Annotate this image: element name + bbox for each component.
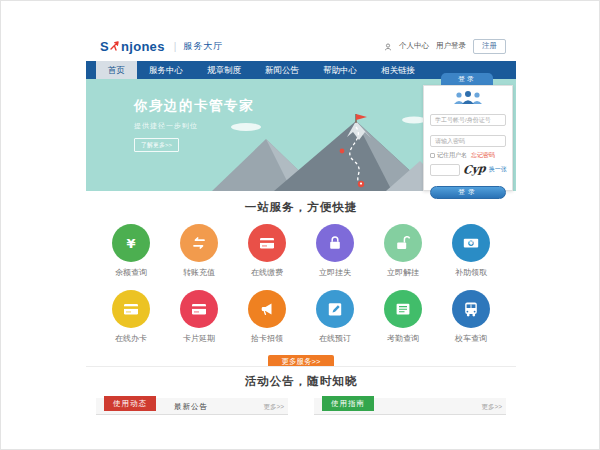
username-input[interactable] (430, 114, 506, 126)
logo-text-end: njones (121, 39, 165, 54)
user-icon (384, 37, 392, 55)
forgot-password-link[interactable]: 忘记密码 (471, 151, 495, 160)
panel-ribbon-tab[interactable]: 使用动态 (104, 396, 156, 411)
service-item-3[interactable]: 立即挂失 (301, 224, 369, 278)
login-tab[interactable]: 登录 (441, 73, 493, 85)
card-icon (248, 224, 286, 262)
service-label: 在线预订 (319, 333, 351, 344)
header-user-area: 个人中心 用户登录 注册 (384, 37, 506, 55)
captcha-input[interactable] (430, 164, 460, 176)
panel-more-link[interactable]: 更多>> (263, 398, 284, 415)
service-label: 卡片延期 (183, 333, 215, 344)
banknote-icon: ¥ (452, 224, 490, 262)
service-item-6[interactable]: 在线办卡 (97, 290, 165, 344)
services-grid: ¥余额查询转账充值在线缴费立即挂失立即解挂¥补助领取在线办卡卡片延期拾卡招领在线… (97, 224, 505, 344)
remember-checkbox[interactable] (430, 153, 435, 158)
service-label: 补助领取 (455, 267, 487, 278)
webpage: S njones | 服务大厅 个人中心 用户登录 注册 首页服务中心规章制度新… (86, 31, 516, 413)
edit-icon (316, 290, 354, 328)
list-icon (384, 290, 422, 328)
nav-item-4[interactable]: 帮助中心 (311, 61, 369, 79)
login-panel: 登录 记住用户名 忘记密码 Cyp (423, 73, 513, 191)
banner-cta-button[interactable]: 了解更多>> (134, 138, 179, 152)
lock-icon (316, 224, 354, 262)
site-header: S njones | 服务大厅 个人中心 用户登录 注册 (86, 31, 516, 61)
service-label: 校车查询 (455, 333, 487, 344)
banner-copy: 你身边的卡管专家 提供捷径一步到位 了解更多>> (134, 97, 254, 152)
announcement-panel-1: 使用指南更多>> (314, 398, 506, 415)
services-section: 一站服务，方便快捷 ¥余额查询转账充值在线缴费立即挂失立即解挂¥补助领取在线办卡… (86, 191, 516, 366)
service-label: 拾卡招领 (251, 333, 283, 344)
service-item-10[interactable]: 考勤查询 (369, 290, 437, 344)
service-label: 立即挂失 (319, 267, 351, 278)
service-item-1[interactable]: 转账充值 (165, 224, 233, 278)
register-button[interactable]: 注册 (473, 39, 506, 54)
nav-item-5[interactable]: 相关链接 (369, 61, 427, 79)
personal-center-link[interactable]: 个人中心 (399, 41, 429, 51)
services-title: 一站服务，方便快捷 (86, 200, 516, 215)
bus-icon (452, 290, 490, 328)
panel-ribbon-tab[interactable]: 使用指南 (322, 396, 374, 411)
service-item-11[interactable]: 校车查询 (437, 290, 505, 344)
captcha-refresh-link[interactable]: 换一张 (489, 165, 507, 174)
password-input[interactable] (430, 135, 506, 147)
service-item-8[interactable]: 拾卡招领 (233, 290, 301, 344)
logo-divider: | (174, 41, 177, 52)
service-item-4[interactable]: 立即解挂 (369, 224, 437, 278)
site-logo[interactable]: S njones | 服务大厅 (100, 37, 223, 55)
service-label: 转账充值 (183, 267, 215, 278)
megaphone-icon (248, 290, 286, 328)
captcha-row: Cyp 换一张 (430, 163, 506, 176)
logo-suffix: 服务大厅 (183, 40, 223, 53)
announcements-section: 活动公告，随时知晓 使用动态最新公告更多>>使用指南更多>> (86, 366, 516, 413)
logo-text-start: S (100, 39, 109, 54)
service-label: 在线缴费 (251, 267, 283, 278)
logo-arrow-icon (110, 37, 120, 55)
service-item-2[interactable]: 在线缴费 (233, 224, 301, 278)
screenshot-frame: S njones | 服务大厅 个人中心 用户登录 注册 首页服务中心规章制度新… (0, 0, 600, 450)
transfer-icon (180, 224, 218, 262)
nav-item-2[interactable]: 规章制度 (195, 61, 253, 79)
announcement-panel-0: 使用动态最新公告更多>> (96, 398, 288, 415)
unlock-icon (384, 224, 422, 262)
users-icon (430, 90, 506, 105)
remember-row: 记住用户名 忘记密码 (430, 151, 506, 160)
panel-header: 使用指南更多>> (314, 398, 506, 415)
service-item-0[interactable]: ¥余额查询 (97, 224, 165, 278)
service-label: 在线办卡 (115, 333, 147, 344)
service-item-9[interactable]: 在线预订 (301, 290, 369, 344)
card-icon (112, 290, 150, 328)
panel-secondary-tab[interactable]: 最新公告 (174, 398, 208, 415)
login-card: 记住用户名 忘记密码 Cyp 换一张 登录 (423, 85, 513, 191)
banner-title: 你身边的卡管专家 (134, 97, 254, 115)
captcha-image: Cyp (462, 162, 486, 177)
nav-item-1[interactable]: 服务中心 (137, 61, 195, 79)
panel-header: 使用动态最新公告更多>> (96, 398, 288, 415)
remember-label: 记住用户名 (437, 151, 467, 160)
announcement-panels: 使用动态最新公告更多>>使用指南更多>> (96, 398, 506, 415)
user-login-link[interactable]: 用户登录 (436, 41, 466, 51)
login-submit-button[interactable]: 登录 (430, 186, 506, 199)
service-item-5[interactable]: ¥补助领取 (437, 224, 505, 278)
yen-icon: ¥ (112, 224, 150, 262)
banner-subtitle: 提供捷径一步到位 (134, 121, 254, 131)
service-label: 立即解挂 (387, 267, 419, 278)
card-icon (180, 290, 218, 328)
service-label: 考勤查询 (387, 333, 419, 344)
svg-text:¥: ¥ (469, 240, 473, 246)
service-label: 余额查询 (115, 267, 147, 278)
panel-more-link[interactable]: 更多>> (481, 398, 502, 415)
service-item-7[interactable]: 卡片延期 (165, 290, 233, 344)
svg-text:¥: ¥ (126, 236, 135, 251)
nav-item-0[interactable]: 首页 (96, 61, 137, 79)
announcements-title: 活动公告，随时知晓 (86, 374, 516, 389)
nav-item-3[interactable]: 新闻公告 (253, 61, 311, 79)
